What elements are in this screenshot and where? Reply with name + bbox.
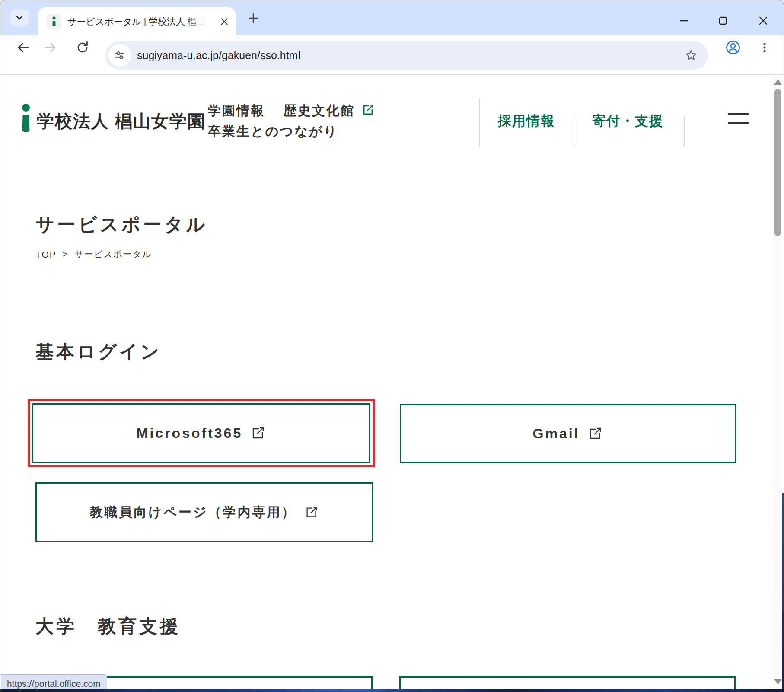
highlight-outline: Microsoft365 — [28, 399, 375, 467]
back-button[interactable] — [15, 40, 31, 55]
plus-icon — [248, 13, 259, 24]
profile-icon — [725, 40, 741, 55]
bookmark-star-icon — [685, 49, 698, 62]
tab-close-icon[interactable] — [219, 16, 229, 27]
external-link-icon — [587, 426, 603, 441]
desktop-edge — [0, 689, 784, 692]
address-bar[interactable]: sugiyama-u.ac.jp/gakuen/sso.html — [105, 41, 708, 70]
nav-divider — [574, 116, 574, 147]
tab-search-button[interactable] — [10, 9, 29, 26]
logo-text[interactable]: 学校法人 椙山女学園 — [37, 109, 206, 133]
breadcrumb-separator: > — [63, 249, 69, 259]
external-link-icon — [250, 425, 266, 441]
microsoft365-label: Microsoft365 — [137, 425, 242, 441]
browser-tab[interactable]: サービスポータル | 学校法人 椙山女 — [38, 7, 236, 36]
close-icon — [758, 16, 768, 26]
section-heading-univ-support: 大学 教育支援 — [35, 614, 181, 638]
external-link-icon — [361, 103, 375, 117]
nav-item-kifu-shien[interactable]: 寄付・支援 — [592, 112, 663, 130]
section-heading-basic-login: 基本ログイン — [35, 340, 162, 364]
minimize-icon — [679, 16, 689, 26]
url-text[interactable]: sugiyama-u.ac.jp/gakuen/sso.html — [137, 49, 684, 62]
nav-item-sotsugyosei[interactable]: 卒業生とのつながり — [208, 123, 338, 140]
page-title: サービスポータル — [35, 212, 207, 237]
page-content: 学校法人 椙山女学園 学園情報 歴史文化館 卒業生とのつながり 採用情報 寄付・… — [0, 75, 772, 692]
window-minimize-button[interactable] — [677, 13, 692, 28]
window-close-button[interactable] — [756, 13, 771, 28]
external-link-icon — [304, 505, 319, 520]
nav-item-saiyo-joho[interactable]: 採用情報 — [498, 112, 555, 130]
gmail-label: Gmail — [533, 426, 580, 442]
breadcrumb-top-link[interactable]: TOP — [35, 249, 57, 260]
menu-dots-icon — [759, 41, 771, 54]
new-tab-button[interactable] — [247, 12, 260, 25]
browser-menu-button[interactable] — [757, 40, 772, 55]
breadcrumb: TOP > サービスポータル — [35, 249, 152, 260]
breadcrumb-current: サービスポータル — [74, 249, 152, 260]
status-link-text: https://portal.office.com — [7, 679, 101, 689]
back-icon — [16, 40, 30, 55]
profile-button[interactable] — [725, 40, 741, 55]
microsoft365-button[interactable]: Microsoft365 — [32, 403, 370, 463]
forward-button[interactable] — [43, 40, 58, 55]
site-info-button[interactable] — [108, 44, 131, 67]
scrollbar-thumb[interactable] — [774, 89, 781, 236]
tab-title-fade — [185, 10, 211, 33]
nav-divider — [479, 98, 480, 147]
nav-item-rekishi-bunkakan[interactable]: 歴史文化館 — [284, 102, 355, 120]
window-maximize-button[interactable] — [716, 13, 730, 28]
gmail-button[interactable]: Gmail — [400, 404, 736, 463]
bookmark-button[interactable] — [684, 48, 698, 63]
page-scrollbar[interactable] — [772, 75, 783, 689]
nav-item-gakuen-joho[interactable]: 学園情報 — [208, 102, 265, 120]
staff-page-label: 教職員向けページ（学内専用） — [89, 504, 296, 521]
nav-divider — [684, 116, 685, 147]
desktop-edge — [782, 493, 784, 692]
scrollbar-up-icon[interactable] — [774, 79, 782, 85]
hamburger-menu-icon[interactable] — [728, 112, 749, 126]
staff-page-button[interactable]: 教職員向けページ（学内専用） — [35, 482, 373, 542]
site-info-icon — [114, 50, 125, 61]
reload-icon — [75, 40, 90, 55]
site-favicon-icon — [47, 14, 61, 29]
forward-icon — [43, 40, 58, 55]
reload-button[interactable] — [75, 40, 90, 55]
browser-toolbar: sugiyama-u.ac.jp/gakuen/sso.html — [0, 35, 784, 75]
browser-titlebar: サービスポータル | 学校法人 椙山女 — [0, 0, 784, 35]
maximize-icon — [718, 16, 728, 26]
chevron-down-icon — [15, 13, 24, 22]
scrollbar-down-icon[interactable] — [774, 679, 782, 685]
browser-window: サービスポータル | 学校法人 椙山女 — [0, 0, 784, 692]
site-logo[interactable] — [21, 104, 31, 134]
logo-mark-icon — [21, 104, 31, 134]
